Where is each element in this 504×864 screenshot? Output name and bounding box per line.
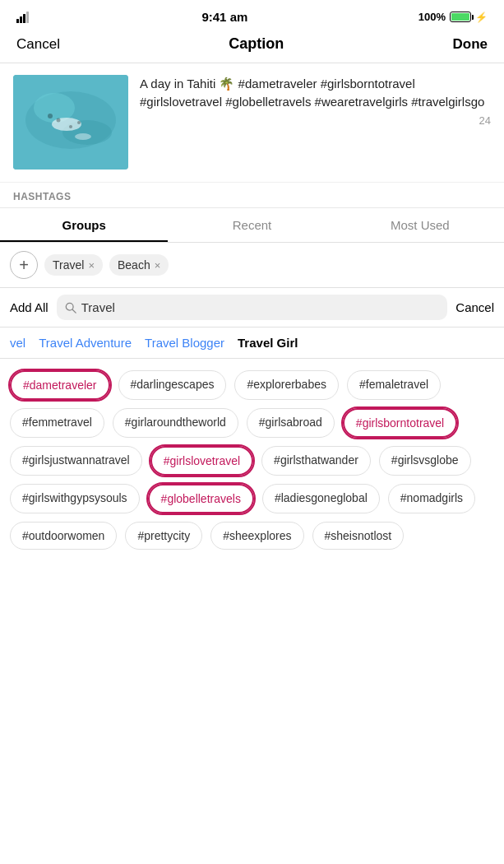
hashtag-chip-girlswithgypsysouls[interactable]: #girlswithgypsysouls: [10, 484, 140, 513]
hashtag-chip-outdoorwomen[interactable]: #outdoorwomen: [10, 522, 117, 550]
caption-area: A day in Tahiti 🌴 #dametraveler #girlsbo…: [0, 63, 504, 183]
nav-done-button[interactable]: Done: [452, 36, 488, 53]
svg-point-8: [52, 118, 81, 131]
search-input-wrapper: [57, 295, 448, 320]
hashtag-chip-femaletravel[interactable]: #femaletravel: [347, 370, 441, 400]
svg-rect-3: [26, 12, 29, 23]
tag-filters-row: + Travel × Beach ×: [0, 243, 504, 288]
suggestion-tab-travel-girl[interactable]: Travel Girl: [238, 336, 298, 350]
tab-recent[interactable]: Recent: [168, 208, 335, 242]
svg-point-12: [69, 125, 72, 128]
hashtag-grid: #dametraveler #darlingescapes #explorerb…: [0, 359, 504, 561]
suggestion-tab-travel-blogger[interactable]: Travel Blogger: [145, 336, 224, 350]
caption-image-svg: [13, 75, 128, 170]
filter-tag-remove-beach[interactable]: ×: [155, 259, 161, 272]
char-count: 24: [140, 114, 491, 127]
hashtag-chip-nomadgirls[interactable]: #nomadgirls: [388, 484, 475, 513]
search-cancel-button[interactable]: Cancel: [455, 300, 494, 314]
hashtag-chip-girlsjustwannatravel[interactable]: #girlsjustwannatravel: [10, 446, 142, 476]
hashtag-chip-prettycity[interactable]: #prettycity: [125, 522, 202, 550]
hashtag-chip-globelletravels[interactable]: #globelletravels: [148, 484, 254, 513]
svg-point-9: [75, 133, 91, 140]
filter-tag-label: Travel: [53, 258, 84, 272]
battery-percent: 100%: [418, 11, 446, 23]
hashtag-chip-darlingescapes[interactable]: #darlingescapes: [118, 370, 227, 400]
hashtag-chip-explorerbabes[interactable]: #explorerbabes: [234, 370, 339, 400]
filter-tag-remove-travel[interactable]: ×: [88, 259, 95, 272]
search-row: Add All Cancel: [0, 288, 504, 327]
hashtag-chip-dametraveler[interactable]: #dametraveler: [10, 370, 110, 400]
search-input[interactable]: [81, 300, 440, 314]
suggestion-tabs: vel Travel Adventure Travel Blogger Trav…: [0, 327, 504, 359]
status-time: 9:41 am: [201, 10, 247, 24]
tabs-row: Groups Recent Most Used: [0, 208, 504, 243]
status-bar: 9:41 am 100% ⚡: [0, 0, 504, 29]
hashtag-chip-girlsthatwander[interactable]: #girlsthatwander: [261, 446, 371, 476]
nav-bar: Cancel Caption Done: [0, 29, 504, 63]
hashtag-chip-ladiesgoneglobal[interactable]: #ladiesgoneglobal: [262, 484, 380, 513]
svg-point-10: [48, 114, 53, 118]
tab-groups[interactable]: Groups: [0, 208, 168, 242]
bolt-icon: ⚡: [475, 12, 488, 23]
svg-point-13: [77, 121, 81, 124]
suggestion-tab-vel[interactable]: vel: [10, 336, 25, 350]
hashtag-chip-girlsborntotravel[interactable]: #girlsborntotravel: [343, 408, 457, 438]
svg-rect-0: [16, 19, 19, 23]
svg-line-15: [72, 309, 76, 313]
suggestion-tab-travel-adventure[interactable]: Travel Adventure: [39, 336, 132, 350]
add-all-button[interactable]: Add All: [10, 300, 49, 314]
svg-rect-2: [23, 14, 25, 23]
hashtag-chip-sheisnotlost[interactable]: #sheisnotlost: [312, 522, 405, 550]
battery-area: 100% ⚡: [418, 11, 488, 23]
filter-tag-beach[interactable]: Beach ×: [109, 254, 169, 276]
hashtags-label: HASHTAGS: [0, 183, 504, 208]
page-title: Caption: [229, 35, 284, 53]
hashtag-chip-girlaroundtheworld[interactable]: #girlaroundtheworld: [113, 408, 238, 438]
battery-icon: [450, 12, 471, 22]
filter-tag-travel[interactable]: Travel ×: [44, 254, 103, 276]
hashtag-chip-femmetravel[interactable]: #femmetravel: [10, 408, 104, 438]
search-icon: [65, 302, 76, 314]
add-tag-button[interactable]: +: [10, 251, 38, 279]
tab-most-used[interactable]: Most Used: [336, 208, 504, 242]
nav-cancel-button[interactable]: Cancel: [16, 36, 60, 53]
caption-image: [13, 75, 128, 170]
hashtag-chip-girlsvsglobe[interactable]: #girlsvsglobe: [379, 446, 471, 476]
hashtag-chip-girlslovetravel[interactable]: #girlslovetravel: [150, 446, 253, 476]
svg-rect-1: [20, 16, 22, 23]
caption-text-area[interactable]: A day in Tahiti 🌴 #dametraveler #girlsbo…: [140, 75, 491, 170]
signal-icon: [16, 12, 31, 23]
filter-tag-label: Beach: [118, 258, 150, 272]
hashtag-chip-sheexplores[interactable]: #sheexplores: [210, 522, 303, 550]
caption-text: A day in Tahiti 🌴 #dametraveler #girlsbo…: [140, 75, 491, 111]
svg-point-11: [57, 118, 61, 123]
signal-area: [16, 12, 31, 23]
hashtag-chip-girlsabroad[interactable]: #girlsabroad: [247, 408, 335, 438]
